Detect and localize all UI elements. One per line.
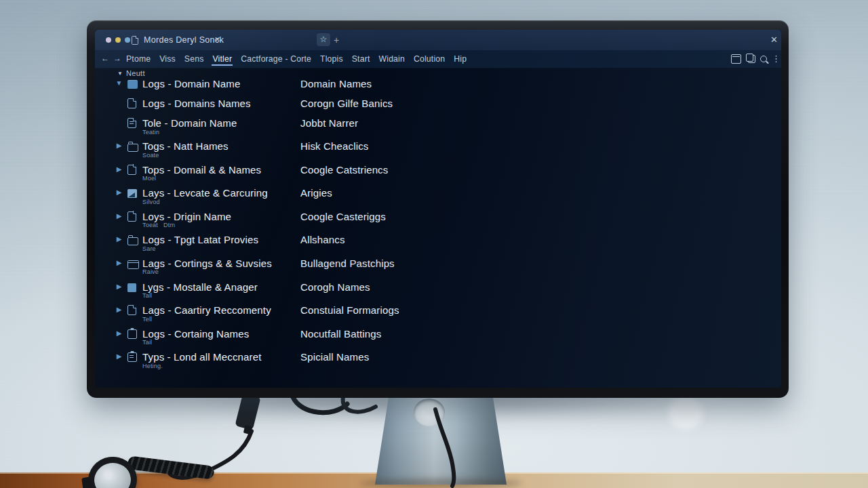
rect-icon [127,260,139,269]
tree-row[interactable]: ▶ Togs - Natt Hames Soate Hisk Cheaclics [95,140,781,163]
expand-arrow-icon[interactable]: ▶ [115,212,123,220]
row-sublabel: Soate [142,152,159,159]
menu-item[interactable]: Widain [378,52,406,66]
row-value: Jobbt Narrer [300,117,358,129]
row-sublabel: Tail [142,339,152,346]
calendar-icon[interactable] [731,54,741,64]
tab-bar: Mordes Deryl Sonck ✕ ☆ + ✕ [95,30,781,50]
expand-arrow-icon[interactable]: ▶ [115,352,123,360]
tree-row[interactable]: ▶ Lags - Cortings & & Suvsies Raive Bull… [95,257,781,281]
more-menu-icon[interactable]: ⋮ [772,55,776,63]
traffic-lights [106,37,130,43]
row-value: Coogle Casteriggs [300,211,386,222]
tree-row[interactable]: ▶ Lags - Caartiry Reccomenty Tell Constu… [95,304,781,327]
monitor-bezel: Mordes Deryl Sonck ✕ ☆ + ✕ ← → PtomeViss… [87,20,789,398]
file-icon [127,211,136,222]
new-tab-plus-icon[interactable]: + [334,34,339,46]
tree-row[interactable]: ▶ Loys - Drigin Name Toeat Dtm Coogle Ca… [95,210,781,234]
row-label: Logs - Domains Names [142,98,251,109]
row-value: Nocutfall Battings [300,328,381,340]
traffic-light-3[interactable] [125,37,130,43]
expand-arrow-icon[interactable]: ▶ [115,329,123,337]
cable-hole [414,399,445,426]
row-sublabel: Toeat Dtm [142,222,175,228]
menu-item[interactable]: Cactforage - Corte [240,52,312,66]
menu-item[interactable]: Colution [413,52,446,66]
window-close-icon[interactable]: ✕ [770,35,778,45]
expand-arrow-icon[interactable]: ▶ [115,283,123,290]
expand-arrow-icon[interactable]: ▶ [115,165,123,173]
tree-row[interactable]: ▶ Lygs - Mostalle & Anager Tall Corogh N… [95,281,781,304]
menu-item[interactable]: Ptome [125,52,151,66]
search-icon[interactable] [760,56,767,62]
forward-arrow-icon[interactable]: → [113,54,121,63]
clipboard-lines-icon [127,352,137,362]
back-arrow-icon[interactable]: ← [101,54,109,63]
row-label: Togs - Natt Hames [142,140,229,152]
menu-item[interactable]: Vitler [212,52,233,66]
row-label: Logs - Domain Name [142,78,240,89]
menu-item[interactable]: Viss [159,52,176,66]
menu-item[interactable]: Start [351,52,371,66]
expand-arrow-icon[interactable]: ▶ [115,259,123,266]
tab-close-icon[interactable]: ✕ [214,35,220,44]
row-sublabel: Moel [142,175,156,182]
row-value: Corogn Gilfe Banics [300,98,393,109]
row-label: Tops - Domail & & Names [142,164,261,176]
row-label: Logs - Tpgt Latat Provies [142,234,258,245]
row-value: Domain Names [300,78,372,89]
row-label: Lygs - Mostalle & Anager [142,281,258,293]
row-label: Lays - Levcate & Carcuring [142,187,268,199]
tree-row[interactable]: ▶ Logs - Cortaing Names Tail Nocutfall B… [95,327,781,351]
traffic-light-2[interactable] [115,37,121,43]
expand-arrow-icon[interactable]: ▶ [115,235,123,243]
row-value: Hisk Cheaclics [300,140,368,152]
row-label: Lags - Caartiry Reccomenty [142,304,271,316]
menu-item[interactable]: Tlopis [319,52,344,66]
watch [71,446,206,488]
row-value: Allshancs [300,234,345,245]
row-label: Lags - Cortings & & Suvsies [142,258,272,269]
row-label: Logs - Cortaing Names [142,328,249,340]
tree-row[interactable]: Logs - Domains Names Corogn Gilfe Banics [95,97,781,117]
row-value: Spiciall Names [300,351,369,363]
expand-arrow-icon[interactable]: ▼ [115,79,123,87]
menu-item[interactable]: Sens [184,52,205,66]
menu-item[interactable]: Hip [453,52,467,66]
menu-action-icons: ⋮ [731,50,776,68]
row-sublabel: Raive [142,268,159,275]
tree-row[interactable]: ▶ Typs - Lond all Meccnaret Heting. Spic… [95,350,781,374]
monitor-stand [374,395,507,485]
row-sublabel: Tell [142,316,152,323]
tree-row[interactable]: ▼ Logs - Domain Name Domain Names [95,77,781,97]
row-sublabel: Tall [142,292,152,299]
tree-row[interactable]: ▶ Logs - Tpgt Latat Provies Sare Allshan… [95,233,781,257]
photo-scene: Mordes Deryl Sonck ✕ ☆ + ✕ ← → PtomeViss… [0,0,868,488]
folder-icon [127,237,138,245]
row-sublabel: Teatin [142,129,159,136]
screen: Mordes Deryl Sonck ✕ ☆ + ✕ ← → PtomeViss… [95,30,781,388]
tab-title[interactable]: Mordes Deryl Sonck [144,35,224,45]
square-filled-icon [127,283,136,292]
expand-arrow-icon[interactable]: ▶ [115,306,123,313]
root-expand-arrow-icon[interactable]: ▼ [117,70,123,77]
row-value: Bullagend Pastchips [300,258,395,269]
row-sublabel: Sare [142,245,156,252]
expand-arrow-icon[interactable]: ▶ [115,142,123,149]
row-value: Constuial Formariogs [300,304,399,316]
file-fold-icon [127,305,136,315]
tree-row[interactable]: Tole - Domain Name Teatin Jobbt Narrer [95,117,781,140]
copy-icon[interactable] [748,55,755,63]
wall-light-spot [668,396,703,430]
tree-row[interactable]: ▶ Tops - Domail & & Names Moel Coogle Ca… [95,163,781,187]
traffic-light-1[interactable] [106,37,111,43]
row-sublabel: Heting. [142,363,163,369]
row-label: Typs - Lond all Meccnaret [142,351,262,363]
watch-band [127,455,214,479]
root-label: Neutt [126,69,145,77]
bookmark-star-icon[interactable]: ☆ [317,33,330,46]
file-icon [127,98,136,108]
tree-row[interactable]: ▶ Lays - Levcate & Carcuring Silvod Arig… [95,186,781,210]
menu-items: PtomeVissSensVitlerCactforage - CorteTlo… [125,50,467,68]
expand-arrow-icon[interactable]: ▶ [115,188,123,196]
